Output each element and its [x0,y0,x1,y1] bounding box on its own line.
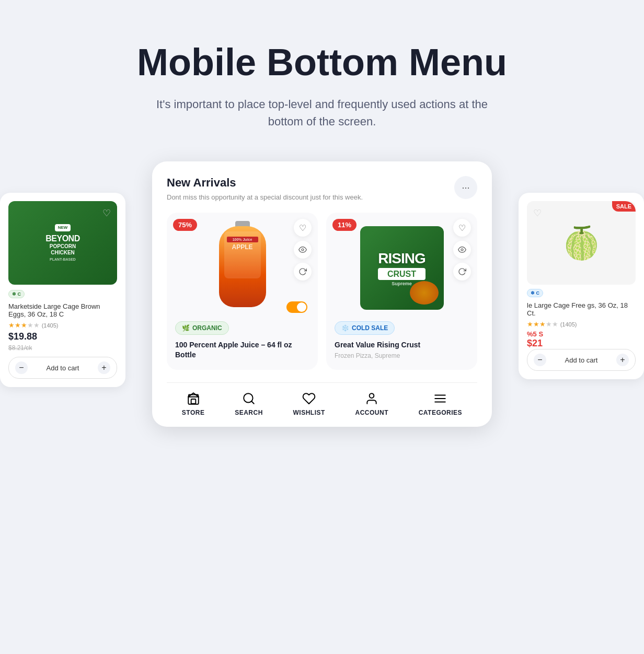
product-badge-organic: 🌿 ORGANIC [175,321,229,335]
quantity-plus-right[interactable]: + [616,354,629,366]
product-pizza: 11% ♡ RISING CRUST Supreme [326,213,477,369]
right-card-price: $21 [527,338,636,349]
nav-account-label: ACCOUNT [355,409,388,416]
right-add-to-cart-button[interactable]: − Add to cart + [527,349,636,371]
page-subtitle: It's important to place top-level and fr… [139,96,505,130]
nav-store-label: STORE [182,409,205,416]
nav-search-label: SEARCH [235,409,263,416]
phone-showcase: ♡ NEW BEYOND POPCORN CHICKEN PLANT-BASED… [0,161,644,569]
svg-line-5 [251,401,254,404]
product-badge-cold: ❄️ COLD SALE [335,321,395,335]
heart-icon [302,391,316,406]
left-card-rating: ★★★★★ (1405) [8,321,117,329]
nav-wishlist[interactable]: WISHLIST [293,391,325,416]
more-options-button[interactable]: ··· [454,176,477,199]
pizza-product-name: Great Value Rising Crust [335,340,469,349]
left-background-card: ♡ NEW BEYOND POPCORN CHICKEN PLANT-BASED… [0,193,125,387]
left-card-price: $19.88 [8,331,117,342]
wishlist-icon-left[interactable]: ♡ [102,207,111,219]
section-title: New Arrivals [167,176,363,190]
menu-icon [433,391,447,406]
search-icon [242,391,256,406]
pizza-product-desc: Frozen Pizza, Supreme [335,352,469,359]
quantity-plus-left[interactable]: + [98,361,110,374]
store-icon [186,391,201,406]
nav-categories[interactable]: CATEGORIES [419,391,462,416]
left-add-to-cart-button[interactable]: − Add to cart + [8,357,117,379]
nav-account[interactable]: ACCOUNT [355,391,388,416]
product-apple-juice: 75% ♡ 100% [167,213,318,369]
cold-icon: ❄️ [341,324,349,332]
left-card-image: NEW BEYOND POPCORN CHICKEN PLANT-BASED [8,201,117,285]
right-card-discount: %5 S [527,330,636,338]
wishlist-icon-right[interactable]: ♡ [533,207,542,219]
right-card-title: le Large Cage Free gs, 36 Oz, 18 Ct. [527,301,636,317]
bottom-navigation: STORE SEARCH WISHLIST [167,382,477,427]
page-title: Mobile Bottom Menu [21,42,623,83]
right-card-image: 🍈 [527,201,636,285]
product-toggle-juice[interactable] [286,301,307,313]
organic-icon: 🌿 [182,324,190,332]
pizza-product-image: RISING CRUST Supreme [335,221,469,315]
right-card-rating: ★★★★★ (1405) [527,320,636,328]
left-card-title: Marketside Large Cage Brown Eggs, 36 Oz,… [8,302,117,318]
nav-wishlist-label: WISHLIST [293,409,325,416]
main-product-card: New Arrivals Dont miss this opportunity … [152,161,492,427]
svg-point-6 [370,393,374,398]
hero-section: Mobile Bottom Menu It's important to pla… [0,0,644,161]
nav-categories-label: CATEGORIES [419,409,462,416]
svg-rect-2 [191,399,196,404]
section-subtitle: Dont miss this opportunity at a special … [167,193,363,202]
right-background-card: SALE ♡ 🍈 ❄ C le Large Cage Free gs, 36 O… [519,193,644,379]
account-icon [364,391,379,406]
quantity-minus-right[interactable]: − [534,354,546,366]
card-header: New Arrivals Dont miss this opportunity … [167,176,477,202]
quantity-minus-left[interactable]: − [15,361,28,374]
juice-product-name: 100 Percent Apple Juice – 64 fl oz Bottl… [175,340,309,359]
left-card-old-price: $8.21/ck [8,344,117,352]
juice-product-image: 100% Juice APPLE [175,221,309,315]
nav-search[interactable]: SEARCH [235,391,263,416]
nav-store[interactable]: STORE [182,391,205,416]
products-grid: 75% ♡ 100% [167,213,477,369]
